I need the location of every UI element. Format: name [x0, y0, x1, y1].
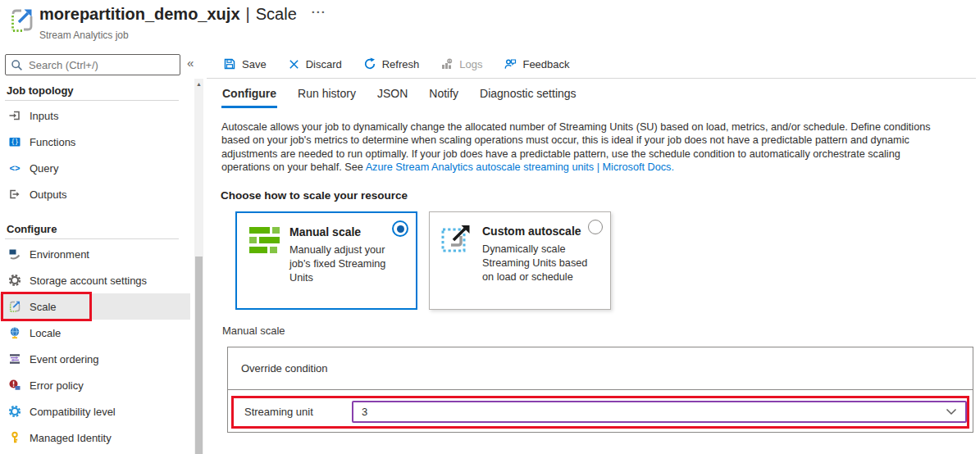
manual-scale-title: Manual scale: [289, 225, 361, 238]
radio-selected-icon[interactable]: [392, 220, 408, 237]
title-separator: |: [246, 5, 250, 24]
feedback-label: Feedback: [522, 58, 569, 70]
sidebar-item-label: Compatibility level: [30, 406, 116, 418]
manual-scale-section-label: Manual scale: [222, 325, 285, 337]
sidebar-item-label: Event ordering: [30, 353, 99, 365]
outputs-icon: [8, 188, 21, 201]
section-job-topology: Job topology: [0, 80, 190, 100]
sidebar-item-label: Storage account settings: [30, 275, 147, 287]
logs-label: Logs: [459, 58, 482, 70]
tab-diagnostic-settings[interactable]: Diagnostic settings: [479, 87, 577, 108]
sidebar-item-error-policy[interactable]: Error policy: [0, 372, 190, 398]
manual-scale-settings-box: Override condition Streaming unit 3: [227, 347, 973, 433]
tab-configure[interactable]: Configure: [221, 87, 277, 108]
sidebar-item-outputs[interactable]: Outputs: [0, 181, 190, 207]
sidebar-item-inputs[interactable]: Inputs: [0, 102, 190, 129]
discard-label: Discard: [306, 58, 342, 70]
refresh-button[interactable]: Refresh: [363, 57, 420, 70]
sidebar-item-environment[interactable]: Environment: [0, 241, 190, 267]
sidebar-item-label: Managed Identity: [30, 432, 112, 444]
save-label: Save: [242, 58, 267, 70]
svg-text:{}: {}: [11, 138, 19, 146]
override-condition-label: Override condition: [241, 362, 328, 375]
job-name: morepartition_demo_xujx: [39, 5, 240, 24]
sidebar-item-label: Functions: [30, 136, 75, 148]
sidebar-item-label: Scale: [30, 301, 57, 313]
command-bar: Save Discard Refresh: [223, 52, 570, 76]
sidebar-item-label: Inputs: [30, 110, 58, 122]
sidebar-search[interactable]: [5, 54, 180, 75]
sidebar: « Job topology Inputs {}: [0, 49, 205, 454]
refresh-icon: [363, 57, 376, 70]
discard-button[interactable]: Discard: [288, 58, 342, 70]
streaming-unit-value: 3: [362, 406, 367, 418]
save-button[interactable]: Save: [223, 57, 267, 70]
custom-autoscale-description: Dynamically scale Streaming Units based …: [482, 243, 599, 284]
sidebar-item-query[interactable]: <> Query: [0, 155, 190, 181]
query-icon: <>: [8, 161, 21, 175]
docs-link[interactable]: Azure Stream Analytics autoscale streami…: [366, 161, 674, 173]
inputs-icon: [8, 109, 21, 122]
blade-header: morepartition_demo_xujx | Scale ··· Stre…: [0, 0, 980, 49]
search-input[interactable]: [27, 58, 175, 72]
svg-text:<>: <>: [10, 163, 21, 173]
refresh-label: Refresh: [382, 58, 420, 70]
sidebar-item-scale[interactable]: Scale: [0, 293, 190, 320]
sidebar-item-locale[interactable]: Locale: [0, 320, 190, 346]
divider: [5, 238, 179, 239]
divider: [207, 78, 976, 79]
logs-icon: [440, 57, 454, 70]
scroll-up-icon[interactable]: ▲: [194, 81, 203, 88]
manual-scale-description: Manually adjust your job's fixed Streami…: [289, 243, 406, 285]
manual-scale-card[interactable]: Manual scale Manually adjust your job's …: [235, 211, 417, 310]
environment-icon: [8, 247, 21, 261]
discard-icon: [288, 58, 300, 70]
key-icon: [8, 431, 21, 444]
sidebar-nav: Job topology Inputs {}: [0, 79, 190, 451]
scale-icon: [8, 7, 36, 34]
sidebar-item-label: Outputs: [30, 188, 67, 201]
sidebar-item-label: Environment: [30, 248, 89, 261]
custom-autoscale-icon: [441, 223, 474, 256]
gear-icon: [8, 274, 21, 287]
streaming-unit-label: Streaming unit: [244, 406, 313, 418]
tab-bar: Configure Run history JSON Notify Diagno…: [221, 87, 577, 108]
scrollbar-thumb[interactable]: [195, 257, 203, 454]
functions-icon: {}: [8, 135, 21, 148]
manual-scale-icon: [248, 224, 281, 257]
chevron-down-icon: [946, 408, 957, 415]
custom-autoscale-card[interactable]: Custom autoscale Dynamically scale Strea…: [429, 211, 611, 310]
section-configure: Configure: [0, 219, 190, 238]
divider: [5, 100, 179, 101]
more-icon[interactable]: ···: [312, 5, 326, 19]
sidebar-item-managed-identity[interactable]: Managed Identity: [0, 424, 190, 451]
feedback-button[interactable]: Feedback: [504, 57, 569, 70]
resource-type-subtitle: Stream Analytics job: [39, 30, 129, 41]
choose-scale-heading: Choose how to scale your resource: [221, 189, 408, 202]
sidebar-item-storage-account-settings[interactable]: Storage account settings: [0, 267, 190, 293]
sidebar-item-label: Error policy: [30, 379, 84, 392]
tab-run-history[interactable]: Run history: [297, 87, 357, 108]
search-icon: [11, 59, 23, 71]
sidebar-item-label: Locale: [30, 327, 61, 339]
radio-unselected-icon[interactable]: [588, 220, 603, 234]
override-condition-row[interactable]: Override condition: [228, 347, 973, 390]
scale-blade-page: morepartition_demo_xujx | Scale ··· Stre…: [0, 0, 980, 454]
tab-json[interactable]: JSON: [376, 87, 408, 108]
streaming-unit-dropdown[interactable]: 3: [352, 401, 967, 423]
save-icon: [223, 57, 236, 70]
custom-autoscale-title: Custom autoscale: [482, 225, 581, 238]
gear-blue-icon: [8, 405, 21, 418]
sidebar-scrollbar[interactable]: ▲: [194, 79, 203, 454]
feedback-icon: [504, 57, 517, 70]
sidebar-item-event-ordering[interactable]: Event ordering: [0, 346, 190, 372]
globe-icon: [8, 326, 21, 339]
logs-button[interactable]: Logs: [440, 57, 482, 70]
collapse-icon[interactable]: «: [187, 56, 194, 70]
event-ordering-icon: [8, 352, 21, 365]
tab-notify[interactable]: Notify: [428, 87, 459, 108]
sidebar-item-compatibility-level[interactable]: Compatibility level: [0, 398, 190, 424]
page-title: morepartition_demo_xujx | Scale ···: [39, 5, 326, 24]
sidebar-item-functions[interactable]: {} Functions: [0, 129, 190, 155]
sidebar-item-label: Query: [30, 162, 58, 175]
